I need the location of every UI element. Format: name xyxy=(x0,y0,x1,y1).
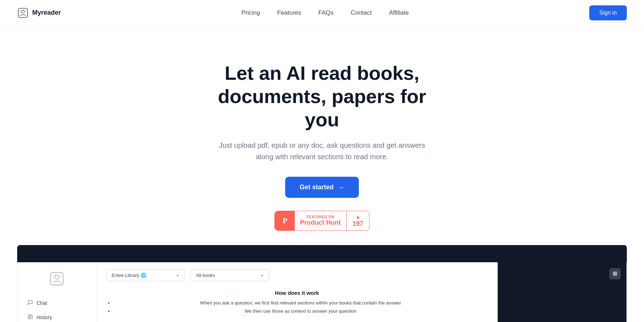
svg-line-3 xyxy=(25,11,26,11)
svg-line-2 xyxy=(20,11,21,11)
svg-line-6 xyxy=(53,276,54,277)
nav-links: Pricing Features FAQs Contact Affiliate xyxy=(241,9,409,16)
app-preview: Chat History Upload xyxy=(17,245,627,322)
svg-line-7 xyxy=(59,276,60,277)
books-dropdown-caret: ▼ xyxy=(260,273,264,278)
ph-count-number: 197 xyxy=(352,220,363,228)
nav-link-contact[interactable]: Contact xyxy=(351,9,372,16)
hero-subtitle: Just upload pdf, epub or any doc, ask qu… xyxy=(215,140,429,162)
ph-name: Product Hunt xyxy=(300,219,341,226)
chat-icon xyxy=(28,300,33,306)
sidebar-item-chat-label: Chat xyxy=(36,300,47,306)
app-how-title: How does it work xyxy=(106,290,488,296)
svg-point-5 xyxy=(55,275,59,279)
svg-rect-4 xyxy=(50,273,63,285)
sidebar-item-history-label: History xyxy=(36,314,52,320)
history-icon xyxy=(28,314,33,321)
books-dropdown[interactable]: All books ▼ xyxy=(191,269,269,281)
app-preview-bar xyxy=(17,245,627,262)
sidebar-item-history[interactable]: History xyxy=(23,311,90,322)
how-item-2: We then use those as context to answer y… xyxy=(113,308,488,314)
svg-point-1 xyxy=(21,10,24,13)
app-dark-corner xyxy=(498,262,626,322)
library-dropdown[interactable]: Entire Library 🌐 ▼ xyxy=(106,269,185,281)
product-hunt-badge[interactable]: P FEATURED ON Product Hunt ▲ 197 xyxy=(274,211,369,231)
sidebar-nav: Chat History Upload xyxy=(18,297,96,322)
signin-button[interactable]: Sign in xyxy=(589,5,627,20)
sidebar-logo-icon xyxy=(49,271,65,287)
logo-icon xyxy=(17,7,29,19)
app-how-list: When you ask a question, we first find r… xyxy=(106,300,488,314)
nav-link-pricing[interactable]: Pricing xyxy=(241,9,260,16)
nav-link-faqs[interactable]: FAQs xyxy=(318,9,334,16)
how-item-1: When you ask a question, we first find r… xyxy=(113,300,488,306)
logo-text: Myreader xyxy=(32,9,61,16)
ph-upvote-arrow: ▲ xyxy=(356,214,361,219)
nav-link-affiliate[interactable]: Affiliate xyxy=(389,9,409,16)
get-started-button[interactable]: Get started → xyxy=(285,177,358,198)
app-sidebar: Chat History Upload xyxy=(18,262,96,322)
app-preview-content: Chat History Upload xyxy=(17,262,627,322)
books-dropdown-label: All books xyxy=(196,273,215,278)
sidebar-item-chat[interactable]: Chat xyxy=(23,297,90,309)
library-dropdown-label: Entire Library 🌐 xyxy=(112,273,146,278)
app-how-section: How does it work When you ask a question… xyxy=(106,290,488,314)
svg-rect-0 xyxy=(18,8,28,18)
navbar: Myreader Pricing Features FAQs Contact A… xyxy=(0,0,644,26)
cta-label: Get started xyxy=(299,184,333,191)
app-main: Entire Library 🌐 ▼ All books ▼ How does … xyxy=(96,262,498,322)
cta-arrow: → xyxy=(337,183,345,191)
nav-link-features[interactable]: Features xyxy=(277,9,301,16)
library-dropdown-caret: ▼ xyxy=(176,273,180,278)
hero-section: Let an AI read books, documents, papers … xyxy=(0,26,644,322)
ph-logo-p: P xyxy=(283,216,287,225)
logo[interactable]: Myreader xyxy=(17,7,61,19)
ph-icon-wrap: P xyxy=(275,211,295,231)
app-dropdowns: Entire Library 🌐 ▼ All books ▼ xyxy=(106,269,488,281)
sidebar-logo-wrap xyxy=(18,271,96,287)
ph-text-block: FEATURED ON Product Hunt xyxy=(295,215,346,226)
hero-title: Let an AI read books, documents, papers … xyxy=(200,62,444,131)
ph-count-block: ▲ 197 xyxy=(346,211,369,230)
ph-featured-label: FEATURED ON xyxy=(300,215,341,219)
